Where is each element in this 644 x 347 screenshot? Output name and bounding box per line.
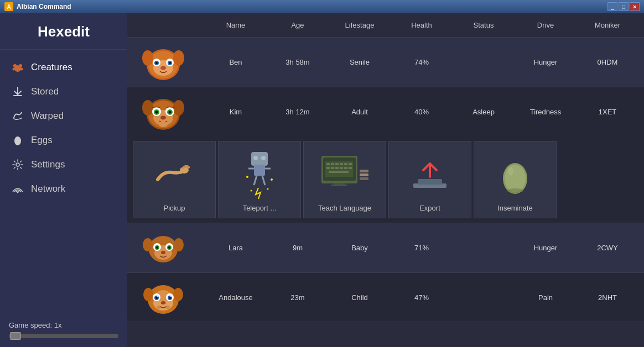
lara-lifestage: Baby [329,244,391,252]
svg-point-7 [16,163,19,166]
sidebar-item-network[interactable]: Network [0,177,127,201]
col-avatar [133,13,205,37]
sidebar-label-creatures: Creatures [31,62,72,73]
lara-moniker: 2CWY [577,244,638,252]
ben-moniker: 0HDM [577,58,638,66]
speed-slider-track[interactable] [9,334,118,338]
kim-name: Kim [205,108,267,116]
sidebar-item-settings[interactable]: Settings [0,153,127,177]
svg-point-36 [253,156,258,160]
andalouse-name: Andalouse [205,293,267,302]
warped-icon [11,109,24,123]
svg-point-3 [13,68,15,71]
svg-point-42 [267,188,269,190]
avatar-lara [133,226,194,270]
action-pickup[interactable]: Pickup [133,141,216,218]
table-row[interactable]: Lara 9m Baby 71% Hunger 2CWY [127,223,644,272]
svg-point-2 [19,64,22,67]
col-name: Name [205,13,267,37]
sidebar-label-warped: Warped [31,111,64,122]
inseminate-label: Inseminate [497,201,533,212]
svg-rect-48 [335,163,339,165]
inseminate-icon-area [480,147,550,201]
svg-rect-57 [349,167,352,169]
svg-point-32 [160,115,166,119]
svg-rect-61 [360,170,368,172]
svg-point-41 [251,190,252,191]
ben-name: Ben [205,58,267,66]
svg-point-82 [143,288,153,301]
action-panel: Pickup [127,136,644,223]
andalouse-age: 23m [267,293,329,302]
table-row[interactable]: Andalouse 23m Child 47% Pain 2NHT [127,272,644,322]
settings-icon [11,158,24,171]
close-button[interactable]: ✕ [630,2,640,11]
table-row[interactable]: Ben 3h 58m Senile 74% Hunger 0HDM [127,37,644,87]
svg-rect-50 [344,163,347,165]
svg-rect-58 [329,171,349,173]
app-icon: A [4,2,13,11]
svg-point-11 [142,50,153,66]
speed-slider-thumb[interactable] [10,332,21,340]
sidebar: Hexedit Creatures [0,13,127,347]
andalouse-lifestage: Child [329,293,391,302]
table-row[interactable]: Kim 3h 12m Adult 40% Asleep Tiredness 1X… [127,87,644,136]
network-icon [11,182,24,196]
svg-rect-63 [360,177,368,180]
svg-rect-60 [331,185,347,186]
kim-status: Asleep [453,108,515,116]
pickup-label: Pickup [163,201,185,212]
svg-rect-54 [335,167,339,169]
svg-rect-55 [340,167,343,169]
minimize-button[interactable]: _ [607,2,617,11]
action-teach-language[interactable]: Teach Language [303,141,386,218]
sidebar-item-stored[interactable]: Stored [0,80,127,104]
kim-moniker: 1XET [577,108,638,116]
sidebar-item-creatures[interactable]: Creatures [0,55,127,80]
teleport-label: Teleport ... [243,201,277,212]
creatures-icon [11,61,24,74]
sidebar-item-eggs[interactable]: Eggs [0,128,127,153]
maximize-button[interactable]: □ [619,2,629,11]
svg-point-79 [168,246,170,249]
avatar-andalouse [133,275,194,319]
action-teleport[interactable]: Teleport ... [218,141,301,218]
action-export[interactable]: Export [388,141,471,218]
window-title: Albian Command [17,3,607,10]
svg-point-72 [174,238,184,251]
svg-point-80 [161,251,165,254]
export-icon-area [394,147,465,201]
svg-point-19 [169,62,171,64]
svg-rect-46 [326,163,330,165]
svg-point-23 [142,100,153,115]
sidebar-label-stored: Stored [31,86,59,97]
svg-point-71 [143,238,153,251]
sidebar-label-network: Network [31,183,65,194]
ben-lifestage: Senile [329,58,391,66]
andalouse-drive: Pain [515,293,577,302]
svg-point-68 [508,167,513,176]
action-inseminate[interactable]: Inseminate [474,141,557,218]
sidebar-nav: Creatures Stored Warped [0,50,127,313]
col-status: Status [453,13,515,37]
andalouse-health: 47% [391,293,453,302]
sidebar-item-warped[interactable]: Warped [0,104,127,128]
svg-point-20 [160,66,166,70]
col-lifestage: Lifestage [329,13,391,37]
svg-point-4 [20,68,23,71]
svg-point-96 [165,306,170,309]
svg-point-39 [246,176,248,178]
table-header: Name Age Lifestage Health Status Drive M… [127,13,644,37]
svg-point-93 [170,296,172,297]
avatar-kim [133,90,194,134]
lara-age: 9m [267,244,329,252]
svg-rect-62 [360,174,368,176]
svg-point-40 [271,178,273,181]
ben-drive: Hunger [515,58,577,66]
sidebar-logo: Hexedit [0,13,127,50]
kim-lifestage: Adult [329,108,391,116]
col-age: Age [267,13,329,37]
svg-point-31 [169,111,172,113]
game-speed-label: Game speed: 1x [9,321,118,329]
col-moniker: Moniker [577,13,638,37]
